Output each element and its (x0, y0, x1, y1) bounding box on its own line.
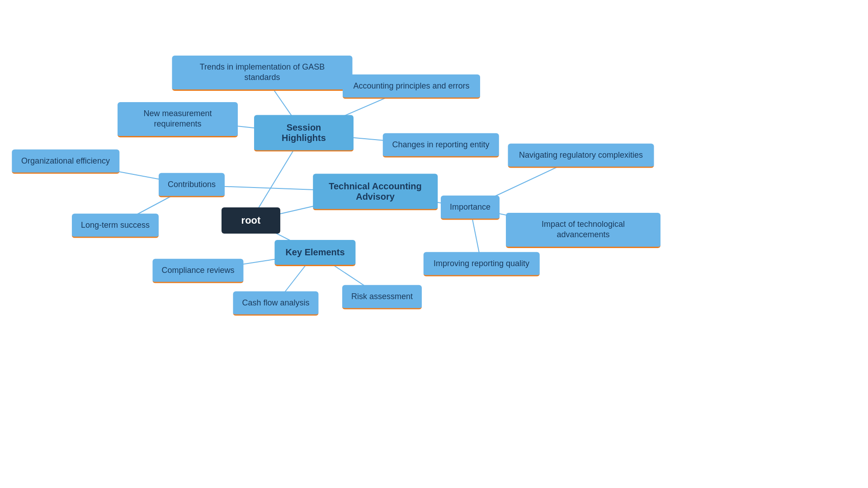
node-accounting_principles[interactable]: Accounting principles and errors (343, 75, 480, 99)
node-technical_accounting[interactable]: Technical Accounting Advisory (313, 174, 438, 211)
node-improving_reporting[interactable]: Improving reporting quality (424, 252, 540, 277)
connections-svg (0, 0, 868, 488)
node-new_measurement[interactable]: New measurement requirements (118, 102, 238, 137)
mind-map: rootSession HighlightsTechnical Accounti… (0, 0, 868, 488)
node-risk_assessment[interactable]: Risk assessment (342, 285, 422, 310)
node-key_elements[interactable]: Key Elements (274, 240, 355, 266)
node-long_term_success[interactable]: Long-term success (72, 214, 159, 238)
node-compliance_reviews[interactable]: Compliance reviews (152, 259, 243, 283)
node-session_highlights[interactable]: Session Highlights (254, 115, 354, 152)
node-root[interactable]: root (222, 207, 280, 234)
node-trends_gasb[interactable]: Trends in implementation of GASB standar… (172, 56, 353, 91)
node-navigating_regulatory[interactable]: Navigating regulatory complexities (508, 144, 654, 168)
node-importance[interactable]: Importance (441, 196, 500, 220)
node-changes_reporting[interactable]: Changes in reporting entity (383, 133, 499, 158)
node-impact_technological[interactable]: Impact of technological advancements (506, 213, 660, 248)
node-cash_flow[interactable]: Cash flow analysis (233, 291, 318, 316)
node-contributions[interactable]: Contributions (159, 173, 225, 197)
node-organizational_efficiency[interactable]: Organizational efficiency (12, 150, 119, 174)
